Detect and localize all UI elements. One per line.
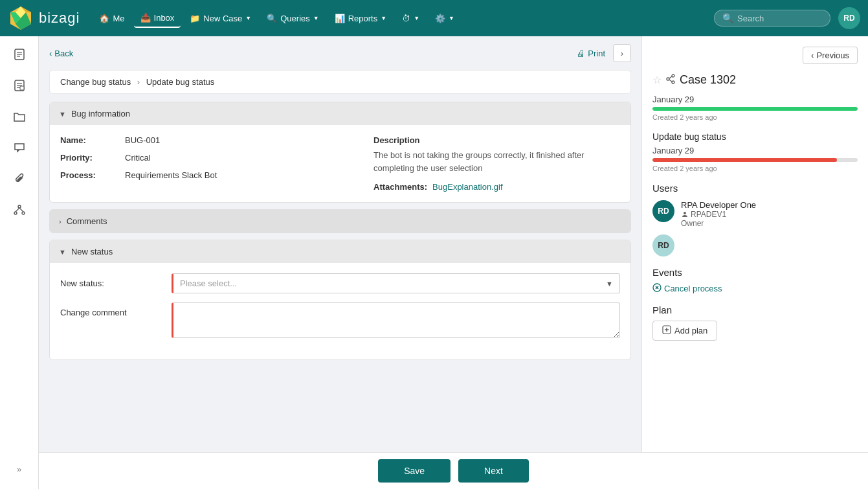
star-icon[interactable]: ☆	[652, 74, 662, 86]
name-field-row: Name: BUG-001	[60, 135, 358, 145]
bug-info-left: Name: BUG-001 Priority: Critical Process…	[60, 135, 358, 192]
breadcrumb-separator: ›	[137, 77, 140, 87]
main-layout: » ‹ Back 🖨 Print	[0, 36, 868, 489]
settings-caret-icon: ▼	[449, 15, 454, 21]
sidebar-item-chat[interactable]	[5, 135, 34, 163]
nav-new-case[interactable]: 📁 New Case ▼	[183, 10, 258, 27]
new-status-body: New status: Please select... ▼	[50, 263, 630, 359]
bug-info-grid: Name: BUG-001 Priority: Critical Process…	[60, 135, 620, 192]
collapse-new-status-icon: ▼	[59, 248, 66, 256]
content-area: ‹ Back 🖨 Print › Chang	[39, 36, 868, 489]
step1-progress-bar	[652, 107, 858, 111]
svg-point-20	[667, 78, 669, 80]
svg-point-16	[22, 212, 25, 214]
settings-icon: ⚙️	[435, 14, 445, 23]
user2-initials: RD	[658, 241, 669, 250]
expand-panel-button[interactable]: ›	[613, 44, 631, 62]
new-status-title: New status	[71, 247, 113, 256]
search-input[interactable]	[737, 14, 815, 23]
svg-point-24	[684, 212, 686, 214]
queries-icon: 🔍	[267, 14, 277, 23]
logo[interactable]: bizagi	[8, 5, 80, 31]
nav-queries[interactable]: 🔍 Queries ▼	[260, 10, 325, 27]
search-icon: 🔍	[722, 13, 733, 23]
svg-line-22	[669, 76, 672, 78]
attachment-link[interactable]: BugExplanation.gif	[432, 182, 502, 192]
sidebar-item-attach[interactable]	[5, 166, 34, 194]
status-field-row: New status: Please select... ▼	[60, 273, 620, 293]
sidebar: »	[0, 36, 39, 489]
step1-created: Created 2 years ago	[652, 113, 858, 121]
chevron-right-icon: ›	[621, 49, 623, 58]
svg-rect-13	[20, 86, 24, 90]
svg-line-17	[16, 208, 19, 212]
new-case-icon: 📁	[190, 14, 200, 23]
right-panel: ‹ Previous ☆ Case 1302 January 29	[641, 36, 868, 452]
nav-new-case-label: New Case	[203, 14, 242, 23]
nav-inbox[interactable]: 📥 Inbox	[134, 9, 181, 28]
nav-me[interactable]: 🏠 Me	[93, 10, 131, 27]
activity-icon: ⏱	[402, 14, 410, 23]
process-field-row: Process: Requiriements Slack Bot	[60, 170, 358, 180]
comment-textarea-wrap	[172, 302, 620, 340]
back-button[interactable]: ‹ Back	[49, 49, 73, 58]
step2-created: Created 2 years ago	[652, 165, 858, 172]
users-title: Users	[652, 183, 858, 194]
nav-reports[interactable]: 📊 Reports ▼	[328, 10, 393, 27]
priority-field-row: Priority: Critical	[60, 153, 358, 163]
new-status-section: ▼ New status New status: Please select..…	[49, 240, 631, 360]
sidebar-item-network[interactable]	[5, 197, 34, 225]
step2-progress-fill	[652, 158, 837, 162]
print-label: Print	[588, 49, 605, 58]
network-icon	[13, 203, 26, 220]
case-title-row: ☆ Case 1302	[652, 73, 858, 87]
breadcrumb-right: 🖨 Print ›	[577, 44, 631, 62]
comment-field-row: Change comment	[60, 302, 620, 340]
status-select[interactable]: Please select...	[173, 274, 619, 293]
breadcrumb-path: Change bug status › Update bug status	[49, 70, 631, 94]
save-button[interactable]: Save	[378, 459, 451, 483]
previous-button[interactable]: ‹ Previous	[803, 47, 858, 64]
panel-topbar: ‹ Previous	[652, 47, 858, 64]
process-value: Requiriements Slack Bot	[125, 170, 217, 180]
step2-progress-bar	[652, 158, 858, 162]
user1-id: RPADEV1	[681, 210, 756, 219]
sidebar-item-doc1[interactable]	[5, 41, 34, 70]
search-box[interactable]: 🔍	[714, 10, 830, 27]
step2-date: January 29	[652, 146, 858, 155]
step2-section: Update bug status January 29 Created 2 y…	[652, 131, 858, 172]
nav-activity[interactable]: ⏱ ▼	[395, 10, 426, 27]
attach-icon	[13, 172, 26, 188]
sidebar-item-folder[interactable]	[5, 104, 34, 132]
inbox-icon: 📥	[140, 13, 151, 23]
next-button[interactable]: Next	[458, 459, 529, 483]
bug-information-header[interactable]: ▼ Bug information	[50, 102, 630, 125]
bottom-bar: Save Next	[39, 452, 868, 489]
print-button[interactable]: 🖨 Print	[577, 49, 605, 58]
comment-field-label: Change comment	[60, 302, 164, 317]
back-icon: ‹	[49, 49, 52, 58]
nav-me-label: Me	[113, 14, 124, 23]
sidebar-expand-button[interactable]: »	[5, 459, 34, 479]
bug-information-body: Name: BUG-001 Priority: Critical Process…	[50, 125, 630, 202]
add-plan-button[interactable]: Add plan	[652, 321, 717, 341]
new-case-caret-icon: ▼	[245, 15, 251, 21]
user1-username: RPADEV1	[691, 210, 726, 219]
user-avatar[interactable]: RD	[838, 7, 860, 29]
step1-section: January 29 Created 2 years ago	[652, 95, 858, 121]
activity-caret-icon: ▼	[414, 15, 419, 21]
bug-information-title: Bug information	[71, 109, 130, 119]
nav-settings[interactable]: ⚙️ ▼	[428, 10, 461, 27]
users-section: Users RD RPA Developer One RPADEV1 Owner	[652, 183, 858, 256]
add-plan-label: Add plan	[674, 326, 707, 335]
new-status-header[interactable]: ▼ New status	[50, 240, 630, 263]
sidebar-item-doc2[interactable]	[5, 73, 34, 101]
comment-textarea[interactable]	[172, 302, 620, 338]
share-icon[interactable]	[665, 74, 676, 86]
comments-header[interactable]: › Comments	[50, 210, 630, 233]
cancel-process-link[interactable]: Cancel process	[652, 283, 858, 294]
plan-title: Plan	[652, 304, 858, 315]
user1-role: Owner	[681, 219, 756, 228]
logo-text: bizagi	[39, 10, 80, 27]
user1-initials: RD	[658, 207, 669, 216]
